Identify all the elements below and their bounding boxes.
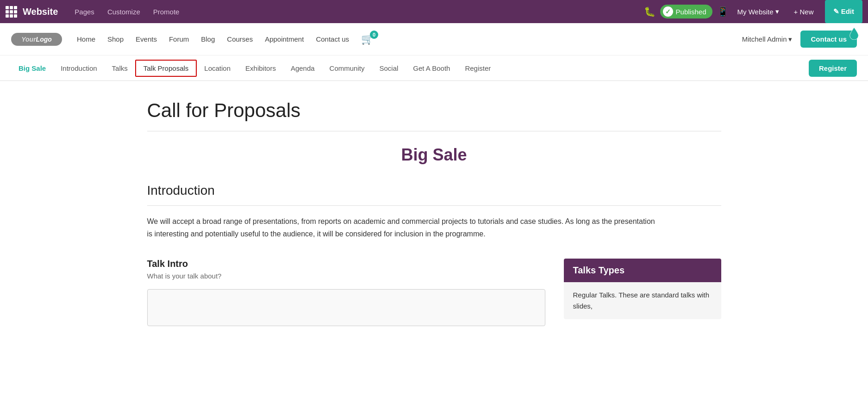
sidebar-card-header: Talks Types (564, 259, 721, 282)
talk-intro: Talk Intro What is your talk about? (147, 259, 545, 326)
event-nav-get-a-booth[interactable]: Get A Booth (406, 61, 457, 76)
site-links: Home Shop Events Forum Blog Courses Appo… (71, 30, 737, 49)
published-badge[interactable]: ✓ Published (660, 5, 713, 19)
new-button[interactable]: + New (787, 5, 820, 19)
event-links: Big Sale Introduction Talks Talk Proposa… (11, 60, 809, 77)
chevron-down-icon: ▾ (775, 7, 779, 16)
event-nav-community[interactable]: Community (322, 61, 372, 76)
content-with-sidebar: Talk Intro What is your talk about? Talk… (147, 259, 721, 326)
event-nav-social[interactable]: Social (372, 61, 406, 76)
pages-link[interactable]: Pages (69, 5, 100, 19)
title-divider (147, 131, 721, 131)
intro-heading: Introduction (147, 183, 721, 198)
event-nav-introduction[interactable]: Introduction (53, 61, 104, 76)
intro-divider (147, 205, 721, 206)
nav-home[interactable]: Home (71, 31, 101, 47)
sidebar-card-body: Regular Talks. These are standard talks … (564, 282, 721, 319)
event-heading: Big Sale (147, 145, 721, 165)
talk-input-area[interactable] (147, 289, 545, 326)
my-website-label: My Website (737, 8, 773, 16)
talks-types-card: Talks Types Regular Talks. These are sta… (564, 259, 721, 319)
intro-section: Introduction We will accept a broad rang… (147, 183, 721, 240)
site-nav: YourLogo Home Shop Events Forum Blog Cou… (0, 23, 868, 56)
talk-intro-subtext: What is your talk about? (147, 272, 545, 280)
admin-bar: Website Pages Customize Promote 🐛 ✓ Publ… (0, 0, 868, 23)
edit-button[interactable]: ✎ Edit (825, 0, 863, 23)
admin-nav: Pages Customize Promote (69, 5, 185, 19)
talk-intro-heading: Talk Intro (147, 259, 545, 269)
logo[interactable]: YourLogo (11, 33, 62, 46)
contact-button[interactable]: Contact us (800, 31, 857, 48)
cart-count: 0 (370, 31, 378, 39)
brand-label: Website (23, 6, 58, 17)
mobile-icon[interactable]: 📱 (717, 6, 729, 17)
event-nav-talk-proposals[interactable]: Talk Proposals (135, 60, 197, 77)
nav-blog[interactable]: Blog (195, 31, 220, 47)
nav-events[interactable]: Events (130, 31, 162, 47)
intro-text: We will accept a broad range of presenta… (147, 215, 656, 240)
register-button[interactable]: Register (809, 60, 857, 77)
my-website-button[interactable]: My Website ▾ (733, 6, 782, 18)
site-nav-right: Mitchell Admin ▾ Contact us (737, 31, 857, 48)
nav-courses[interactable]: Courses (221, 31, 258, 47)
event-nav-register[interactable]: Register (457, 61, 498, 76)
user-chevron-icon: ▾ (788, 35, 792, 43)
event-nav-location[interactable]: Location (197, 61, 238, 76)
nav-shop[interactable]: Shop (102, 31, 129, 47)
nav-appointment[interactable]: Appointment (259, 31, 309, 47)
admin-right: 🐛 ✓ Published 📱 My Website ▾ + New ✎ Edi… (644, 0, 862, 23)
content-main: Talk Intro What is your talk about? (147, 259, 545, 326)
drop-icon (848, 27, 861, 40)
bug-icon[interactable]: 🐛 (644, 6, 656, 17)
user-menu[interactable]: Mitchell Admin ▾ (737, 32, 797, 46)
promote-link[interactable]: Promote (148, 5, 185, 19)
event-sub-nav: Big Sale Introduction Talks Talk Proposa… (0, 56, 868, 81)
nav-contact[interactable]: Contact us (310, 31, 355, 47)
event-nav-exhibitors[interactable]: Exhibitors (238, 61, 283, 76)
main-content: Call for Proposals Big Sale Introduction… (110, 81, 758, 345)
nav-forum[interactable]: Forum (163, 31, 194, 47)
sidebar-body-text: Regular Talks. These are standard talks … (573, 290, 712, 312)
page-title: Call for Proposals (147, 99, 721, 122)
user-name: Mitchell Admin (742, 35, 787, 43)
check-icon: ✓ (663, 6, 673, 17)
cart-button[interactable]: 🛒 0 (356, 30, 379, 49)
event-nav-agenda[interactable]: Agenda (283, 61, 322, 76)
event-nav-talks[interactable]: Talks (105, 61, 135, 76)
customize-link[interactable]: Customize (102, 5, 146, 19)
event-nav-big-sale[interactable]: Big Sale (11, 61, 53, 76)
published-label: Published (676, 8, 706, 16)
apps-icon[interactable] (6, 6, 17, 18)
